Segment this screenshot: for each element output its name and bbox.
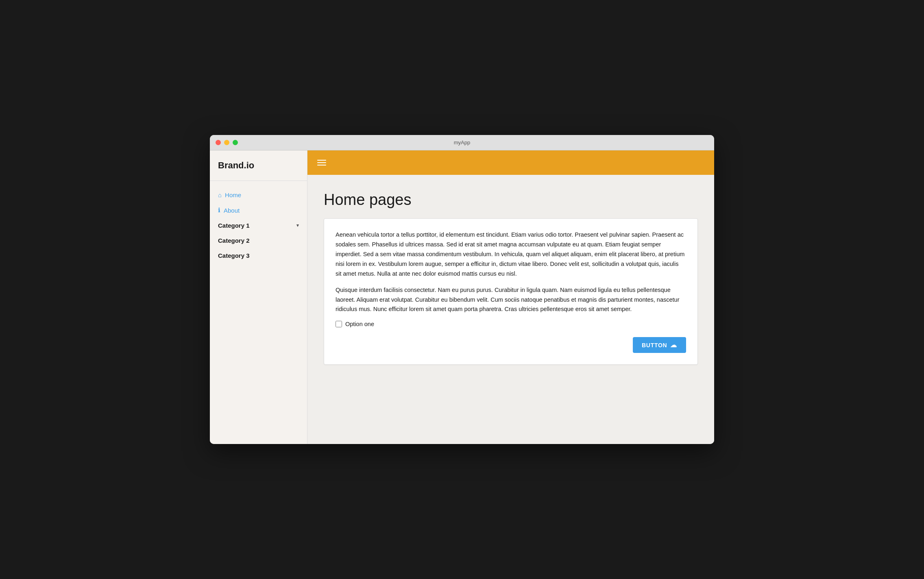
category1-label: Category 1 <box>218 222 250 229</box>
option-one-row: Option one <box>336 321 686 327</box>
brand-logo: Brand.io <box>210 150 307 181</box>
sidebar-item-home[interactable]: ⌂ Home <box>210 187 307 202</box>
paragraph-1: Aenean vehicula tortor a tellus porttito… <box>336 230 686 279</box>
hamburger-line2 <box>317 162 326 163</box>
category3-label: Category 3 <box>218 252 250 259</box>
sidebar-item-about[interactable]: ℹ About <box>210 202 307 218</box>
app-window: myApp Brand.io ⌂ Home ℹ About Category 1… <box>210 135 714 444</box>
window-controls <box>216 140 238 145</box>
home-icon: ⌂ <box>218 192 222 198</box>
sidebar-home-label: Home <box>225 192 241 198</box>
card-footer: BUTTON ☁ <box>336 337 686 353</box>
content-area: Home pages Aenean vehicula tortor a tell… <box>307 175 714 444</box>
sidebar: Brand.io ⌂ Home ℹ About Category 1 ▾ Cat… <box>210 150 307 444</box>
hamburger-button[interactable] <box>317 160 326 165</box>
close-button[interactable] <box>216 140 221 145</box>
option-one-checkbox[interactable] <box>336 321 342 327</box>
chevron-down-icon: ▾ <box>296 223 299 228</box>
category2-label: Category 2 <box>218 237 250 244</box>
app-body: Brand.io ⌂ Home ℹ About Category 1 ▾ Cat… <box>210 150 714 444</box>
hamburger-line1 <box>317 160 326 161</box>
sidebar-nav: ⌂ Home ℹ About Category 1 ▾ Category 2 C… <box>210 181 307 270</box>
sidebar-item-category1[interactable]: Category 1 ▾ <box>210 218 307 233</box>
top-header <box>307 150 714 175</box>
hamburger-line3 <box>317 165 326 165</box>
page-title: Home pages <box>324 191 698 209</box>
minimize-button[interactable] <box>224 140 229 145</box>
titlebar: myApp <box>210 135 714 150</box>
button-label: BUTTON <box>642 342 667 348</box>
maximize-button[interactable] <box>233 140 238 145</box>
sidebar-item-category3[interactable]: Category 3 <box>210 248 307 263</box>
primary-button[interactable]: BUTTON ☁ <box>633 337 686 353</box>
button-icon: ☁ <box>670 341 677 349</box>
info-icon: ℹ <box>218 207 220 214</box>
sidebar-about-label: About <box>224 207 240 214</box>
option-one-label: Option one <box>345 321 374 327</box>
window-title: myApp <box>454 139 470 146</box>
main-content: Home pages Aenean vehicula tortor a tell… <box>307 150 714 444</box>
paragraph-2: Quisque interdum facilisis consectetur. … <box>336 285 686 315</box>
content-card: Aenean vehicula tortor a tellus porttito… <box>324 218 698 365</box>
sidebar-item-category2[interactable]: Category 2 <box>210 233 307 248</box>
